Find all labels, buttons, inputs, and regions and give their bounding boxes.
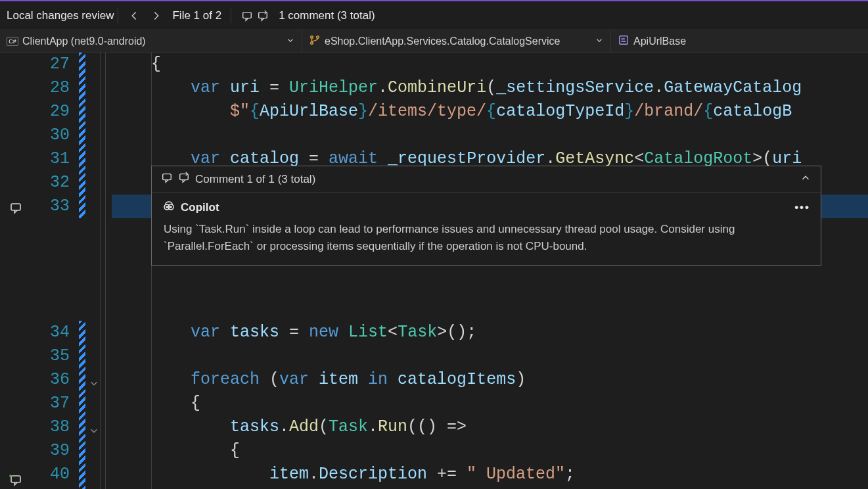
breadcrumb-namespace-label: eShop.ClientApp.Services.Catalog.Catalog… — [325, 35, 560, 47]
comment-popup: Comment 1 of 1 (3 total) Copilot ••• Usi… — [151, 166, 821, 266]
breadcrumb-namespace[interactable]: eShop.ClientApp.Services.Catalog.Catalog… — [302, 30, 611, 52]
next-file-button[interactable] — [150, 9, 163, 22]
changed-lines-marker — [79, 321, 85, 489]
code-line[interactable]: item.Description += " Updated"; — [112, 463, 868, 486]
comment-body: Using `Task.Run` inside a loop can lead … — [152, 217, 821, 265]
line-number: 38 — [32, 415, 70, 439]
breadcrumb-member[interactable]: ApiUrlBase — [611, 30, 693, 52]
collapse-button[interactable] — [800, 172, 811, 187]
line-number: 40 — [32, 463, 70, 486]
comment-marker-icon[interactable] — [9, 198, 22, 212]
code-line[interactable] — [112, 344, 868, 368]
glyph-margin — [0, 53, 32, 489]
breadcrumb-member-label: ApiUrlBase — [633, 35, 686, 47]
fold-chevron-icon[interactable] — [88, 421, 100, 432]
add-comment-icon[interactable] — [9, 471, 22, 484]
breadcrumb-bar: C# ClientApp (net9.0-android) eShop.Clie… — [0, 30, 868, 53]
comment-popup-header: Comment 1 of 1 (3 total) — [152, 166, 821, 193]
comment-menu-button[interactable]: ••• — [794, 201, 810, 214]
copilot-icon — [162, 199, 175, 216]
chevron-down-icon — [595, 35, 604, 47]
comment-summary: 1 comment (3 total) — [279, 9, 375, 22]
comment-author-row: Copilot ••• — [152, 193, 821, 217]
line-number: 31 — [32, 147, 70, 171]
prev-comment-icon[interactable] — [161, 172, 173, 187]
code-line[interactable]: })); — [112, 486, 868, 489]
code-line[interactable] — [112, 124, 868, 147]
line-number: 30 — [32, 124, 70, 147]
fold-chevron-icon[interactable] — [88, 373, 100, 385]
line-number: 37 — [32, 392, 70, 415]
prev-comment-icon[interactable] — [240, 9, 254, 22]
code-line[interactable]: { — [112, 392, 868, 415]
next-comment-icon[interactable] — [256, 9, 269, 22]
line-number: 29 — [32, 100, 70, 124]
chevron-down-icon — [286, 35, 295, 47]
line-number: 34 — [32, 321, 70, 344]
line-number: 33 — [32, 195, 70, 218]
breadcrumb-project-label: ClientApp (net9.0-android) — [22, 35, 146, 47]
file-counter: File 1 of 2 — [172, 9, 221, 22]
class-icon — [309, 34, 321, 49]
changed-lines-marker — [79, 53, 85, 218]
code-line[interactable]: { — [112, 439, 868, 463]
code-line[interactable]: foreach (var item in catalogItems) — [112, 368, 868, 392]
csharp-icon: C# — [7, 37, 18, 46]
separator — [231, 9, 231, 23]
code-line[interactable]: $"{ApiUrlBase}/items/type/{catalogTypeId… — [112, 100, 868, 124]
line-number: 35 — [32, 344, 70, 368]
breadcrumb-project[interactable]: C# ClientApp (net9.0-android) — [0, 30, 302, 52]
line-number: 41 — [32, 486, 70, 489]
code-line[interactable]: { — [112, 53, 868, 76]
fold-gutter — [85, 53, 105, 489]
member-icon — [618, 34, 629, 49]
line-number: 28 — [32, 76, 70, 100]
code-line[interactable]: var uri = UriHelper.CombineUri(_settings… — [112, 76, 868, 100]
line-number: 36 — [32, 368, 70, 392]
change-indicator-gutter — [79, 53, 85, 489]
code-line[interactable]: tasks.Add(Task.Run(() => — [112, 415, 868, 439]
editor[interactable]: 27 28 29 30 31 32 33 34 35 36 37 38 39 4… — [0, 53, 868, 489]
indent-guide-col — [105, 53, 112, 489]
comment-counter: Comment 1 of 1 (3 total) — [195, 173, 315, 186]
prev-file-button[interactable] — [127, 9, 141, 22]
line-number: 27 — [32, 53, 70, 76]
line-number-gutter: 27 28 29 30 31 32 33 34 35 36 37 38 39 4… — [32, 53, 79, 489]
line-number: 32 — [32, 171, 70, 195]
review-title: Local changes review — [7, 8, 118, 24]
code-line[interactable]: var tasks = new List<Task>(); — [112, 321, 868, 344]
review-toolbar: Local changes review File 1 of 2 1 comme… — [0, 0, 868, 30]
code-area[interactable]: { var uri = UriHelper.CombineUri(_settin… — [112, 53, 868, 489]
next-comment-icon[interactable] — [178, 172, 190, 187]
line-number: 39 — [32, 439, 70, 463]
comment-author: Copilot — [181, 201, 219, 214]
